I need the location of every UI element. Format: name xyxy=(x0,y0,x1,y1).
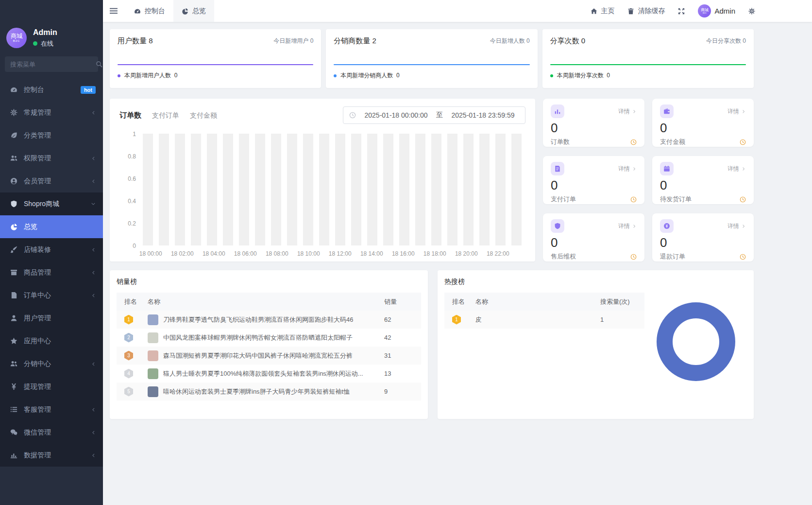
sidebar-item-label: Shopro商城 xyxy=(24,200,59,209)
chevron-left-icon xyxy=(91,179,96,184)
sidebar-item[interactable]: 分销中心 xyxy=(0,352,103,375)
table-header: 排名名称销量 xyxy=(117,293,421,311)
date-to-value[interactable]: 2025-01-18 23:59:59 xyxy=(447,111,519,119)
product-thumbnail xyxy=(148,332,158,343)
row-value: 13 xyxy=(382,370,421,377)
user-menu[interactable]: 商城 B2C Admin xyxy=(698,4,735,17)
clock-icon xyxy=(630,254,637,260)
x-axis-tick: 18 08:00 xyxy=(266,250,288,257)
clear-cache-button[interactable]: 清除缓存 xyxy=(627,7,665,16)
sidebar-menu: 控制台hot常规管理分类管理权限管理会员管理Shopro商城总览店铺装修商品管理… xyxy=(0,78,103,467)
topbar-tab[interactable]: 控制台 xyxy=(126,0,173,22)
detail-link[interactable]: 详情 xyxy=(618,222,637,230)
detail-link[interactable]: 详情 xyxy=(727,222,746,230)
detail-link[interactable]: 详情 xyxy=(618,165,637,173)
shield-icon xyxy=(10,200,17,208)
stat-value: 0 xyxy=(660,122,746,134)
sidebar-item[interactable]: 客服管理 xyxy=(0,398,103,421)
stat-value: 0 xyxy=(551,122,637,134)
order-chart-tabs: 订单数支付订单支付金额 xyxy=(119,111,217,120)
detail-link[interactable]: 详情 xyxy=(727,107,746,116)
hot-search-chart-wrap xyxy=(644,286,747,412)
row-name: 嘻哈休闲运动套装男士夏季潮牌ins胖子大码青少年男装短裤短袖t恤 xyxy=(163,387,350,396)
chevron-left-icon xyxy=(91,156,96,161)
detail-label: 详情 xyxy=(727,107,739,116)
sidebar-item[interactable]: 订单中心 xyxy=(0,284,103,307)
order-chart-tab[interactable]: 订单数 xyxy=(119,111,141,120)
header-name: 名称 xyxy=(475,297,598,306)
table-row: 5嘻哈休闲运动套装男士夏季潮牌ins胖子大码青少年男装短裤短袖t恤9 xyxy=(117,383,421,401)
clock-icon xyxy=(740,139,746,145)
row-value: 31 xyxy=(382,352,421,359)
trash-icon xyxy=(627,8,634,15)
detail-link[interactable]: 详情 xyxy=(618,107,637,116)
settings-button[interactable] xyxy=(748,8,755,15)
chart-bar xyxy=(271,134,281,245)
sidebar-item[interactable]: 常规管理 xyxy=(0,101,103,124)
fullscreen-button[interactable] xyxy=(678,8,685,15)
detail-link[interactable]: 详情 xyxy=(727,165,746,173)
cogs-icon xyxy=(10,109,17,116)
sidebar-item-label: 应用中心 xyxy=(24,337,51,346)
sidebar-item[interactable]: 控制台hot xyxy=(0,78,103,101)
sidebar-item[interactable]: 店铺装修 xyxy=(0,238,103,261)
hot-search-table: 排名名称搜索量(次)1皮1 xyxy=(444,293,644,412)
sales-rank-panel: 销量榜 排名名称销量1刀锋男鞋夏季透气防臭飞织运动鞋男潮流百搭休闲网面跑步鞋大码… xyxy=(110,270,428,419)
clock-icon xyxy=(349,112,356,119)
table-row: 1刀锋男鞋夏季透气防臭飞织运动鞋男潮流百搭休闲网面跑步鞋大码4662 xyxy=(117,311,421,329)
sidebar-item[interactable]: 会员管理 xyxy=(0,170,103,192)
pie-icon xyxy=(10,223,17,230)
stat-value: 0 xyxy=(551,179,637,192)
sidebar-item[interactable]: 分类管理 xyxy=(0,124,103,147)
clock-icon xyxy=(630,139,637,145)
x-axis-tick: 18 20:00 xyxy=(455,250,478,257)
topbar-tab[interactable]: 总览 xyxy=(173,0,214,22)
search-input[interactable] xyxy=(10,61,96,68)
sidebar-brand: 商城 B2C Admin 在线 xyxy=(0,0,103,48)
date-separator: 至 xyxy=(436,111,443,120)
sidebar-item[interactable]: 商品管理 xyxy=(0,261,103,284)
sidebar-item[interactable]: 应用中心 xyxy=(0,330,103,352)
gauge-icon xyxy=(10,86,17,93)
chart-bar xyxy=(255,134,265,245)
online-status: 在线 xyxy=(33,39,57,48)
chart-bar xyxy=(431,134,441,245)
home-button[interactable]: 主页 xyxy=(591,7,614,16)
sidebar-item-label: 分销中心 xyxy=(24,360,51,368)
chart-bar xyxy=(175,134,185,245)
chart-bar xyxy=(335,134,345,245)
stat-card-today: 今日新增人数 0 xyxy=(490,37,530,45)
stat-value: 0 xyxy=(660,179,746,192)
stat-card: 分销商数量 2今日新增人数 0本周新增分销商人数 0 xyxy=(326,29,537,88)
sidebar-group-shopro[interactable]: Shopro商城 xyxy=(0,192,103,215)
stat-card-title: 分销商数量 2 xyxy=(334,36,376,46)
stat-card: 分享次数 0今日分享次数 0本周新增分享次数 0 xyxy=(542,29,754,88)
avatar-subtext: B2C xyxy=(703,12,707,14)
chart-bar xyxy=(303,134,313,245)
sidebar-item[interactable]: 用户管理 xyxy=(0,307,103,330)
row-name: 猫人男士睡衣男夏季100%纯棉薄款圆领套头短袖套装男ins潮休闲运动... xyxy=(163,369,363,378)
doc-icon xyxy=(551,162,564,175)
order-chart-tab[interactable]: 支付金额 xyxy=(190,111,217,120)
table-row: 3森马国潮短裤男夏季潮印花大码中国风裤子休闲嘻哈潮流宽松五分裤31 xyxy=(117,347,421,365)
hamburger-menu-icon[interactable] xyxy=(103,7,126,15)
sidebar-item[interactable]: 提现管理 xyxy=(0,375,103,398)
chart-bar xyxy=(287,134,297,245)
chevron-right-icon xyxy=(632,224,637,228)
row-name: 中国风龙图案棒球帽男潮牌休闲鸭舌帽女潮流百搭防晒遮阳太阳帽子 xyxy=(163,333,353,342)
online-status-label: 在线 xyxy=(41,39,53,48)
chevron-left-icon xyxy=(91,362,96,366)
date-from-value[interactable]: 2025-01-18 00:00:00 xyxy=(360,111,432,119)
sidebar-item[interactable]: 数据管理 xyxy=(0,444,103,467)
stat-card-legend: 本周新增分享次数 0 xyxy=(550,71,746,80)
sidebar-item[interactable]: 总览 xyxy=(0,215,103,238)
sidebar-item[interactable]: 权限管理 xyxy=(0,147,103,170)
order-chart-tab[interactable]: 支付订单 xyxy=(152,111,179,120)
chevron-left-icon xyxy=(91,293,96,298)
chevron-left-icon xyxy=(91,430,96,435)
order-stat-card: 详情0退款订单 xyxy=(652,213,754,261)
sidebar-item[interactable]: 微信管理 xyxy=(0,421,103,444)
avatar-subtext: B2C xyxy=(13,39,20,43)
clock-icon xyxy=(740,196,746,203)
date-range-picker[interactable]: 2025-01-18 00:00:00 至 2025-01-18 23:59:5… xyxy=(343,106,525,124)
